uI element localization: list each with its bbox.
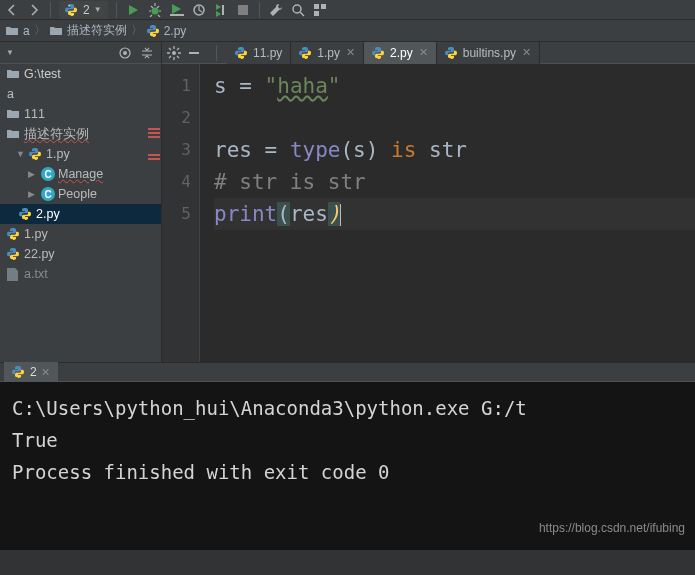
breadcrumb-root[interactable]: a	[6, 24, 30, 38]
console-line: C:\Users\python_hui\Anaconda3\python.exe…	[12, 392, 683, 424]
tab-builtins[interactable]: builtins.py✕	[437, 42, 540, 64]
svg-point-2	[151, 7, 158, 14]
concurrency-icon[interactable]	[213, 2, 229, 18]
folder-icon	[7, 107, 21, 121]
python-icon	[7, 227, 21, 241]
structure-icon[interactable]	[312, 2, 328, 18]
editor-toolbar: 11.py 1.py✕ 2.py✕ builtins.py✕	[162, 42, 695, 64]
breadcrumb-sep: 〉	[131, 22, 143, 39]
editor-area: 11.py 1.py✕ 2.py✕ builtins.py✕ 1 2 3 4 5…	[162, 42, 695, 362]
python-icon	[65, 3, 79, 17]
svg-point-7	[293, 5, 301, 13]
breadcrumb-folder[interactable]: 描述符实例	[50, 22, 127, 39]
chevron-down-icon[interactable]: ▼	[6, 48, 14, 57]
close-icon[interactable]: ✕	[522, 46, 531, 59]
code-line-current: print(res)	[214, 198, 695, 230]
class-icon: C	[41, 167, 55, 181]
folder-icon	[50, 24, 64, 38]
tree-item-desc[interactable]: 描述符实例	[0, 124, 161, 144]
svg-rect-14	[189, 52, 199, 54]
minus-icon[interactable]	[186, 45, 202, 61]
tree-item-1py[interactable]: ▼1.py	[0, 144, 161, 164]
python-icon	[372, 46, 386, 60]
code-content[interactable]: s = "haha" res = type(s) is str # str is…	[200, 64, 695, 362]
python-icon	[147, 24, 161, 38]
tree-item-atxt[interactable]: a.txt	[0, 264, 161, 284]
tree-item-1py-b[interactable]: 1.py	[0, 224, 161, 244]
class-icon: C	[41, 187, 55, 201]
python-icon	[235, 46, 249, 60]
debug-icon[interactable]	[147, 2, 163, 18]
back-icon[interactable]	[4, 2, 20, 18]
red-marker	[148, 154, 160, 160]
svg-point-0	[69, 4, 70, 5]
expand-arrow-icon[interactable]: ▼	[16, 149, 26, 159]
python-icon	[7, 247, 21, 261]
tree-item-22py[interactable]: 22.py	[0, 244, 161, 264]
close-icon[interactable]: ✕	[419, 46, 428, 59]
collapse-icon[interactable]	[139, 45, 155, 61]
run-config-combo[interactable]: 2 ▼	[59, 1, 108, 19]
python-icon	[19, 207, 33, 221]
svg-point-1	[72, 14, 73, 15]
search-icon[interactable]	[290, 2, 306, 18]
folder-icon	[7, 67, 21, 81]
folder-icon	[7, 127, 21, 141]
code-editor[interactable]: 1 2 3 4 5 s = "haha" res = type(s) is st…	[162, 64, 695, 362]
target-icon[interactable]	[117, 45, 133, 61]
breadcrumb-file-label: 2.py	[164, 24, 187, 38]
tree-item-people[interactable]: ▶CPeople	[0, 184, 161, 204]
run-tool-tabs: 2 ✕	[0, 362, 695, 382]
code-line: # str is str	[214, 166, 695, 198]
python-icon	[29, 147, 43, 161]
close-icon[interactable]: ✕	[346, 46, 355, 59]
breadcrumb-folder-label: 描述符实例	[67, 22, 127, 39]
python-icon	[299, 46, 313, 60]
code-line	[214, 102, 695, 134]
expand-arrow-icon[interactable]: ▶	[28, 169, 38, 179]
svg-rect-6	[238, 5, 248, 15]
line-gutter: 1 2 3 4 5	[162, 64, 200, 362]
tree-item-a[interactable]: a	[0, 84, 161, 104]
svg-point-12	[123, 51, 127, 55]
breadcrumb-file[interactable]: 2.py	[147, 24, 187, 38]
console-line: True	[12, 424, 683, 456]
editor-tabs: 11.py 1.py✕ 2.py✕ builtins.py✕	[227, 42, 540, 64]
stop-icon[interactable]	[235, 2, 251, 18]
tab-2py[interactable]: 2.py✕	[364, 42, 437, 64]
run-icon[interactable]	[125, 2, 141, 18]
tree-item-manage[interactable]: ▶CManage	[0, 164, 161, 184]
breadcrumb-root-label: a	[23, 24, 30, 38]
profile-icon[interactable]	[191, 2, 207, 18]
tree-item-111[interactable]: 111	[0, 104, 161, 124]
main-toolbar: 2 ▼	[0, 0, 695, 20]
run-config-label: 2	[83, 3, 90, 17]
tab-1py[interactable]: 1.py✕	[291, 42, 364, 64]
coverage-icon[interactable]	[169, 2, 185, 18]
tree-item-2py[interactable]: 2.py	[0, 204, 161, 224]
svg-point-13	[172, 51, 176, 55]
watermark: https://blog.csdn.net/ifubing	[539, 512, 685, 544]
console-line: Process finished with exit code 0	[12, 456, 683, 488]
svg-rect-8	[314, 4, 319, 9]
close-icon[interactable]: ✕	[41, 366, 50, 379]
run-tab-2[interactable]: 2 ✕	[4, 362, 58, 382]
tree-root[interactable]: G:\test	[0, 64, 161, 84]
forward-icon[interactable]	[26, 2, 42, 18]
wrench-icon[interactable]	[268, 2, 284, 18]
tab-11py[interactable]: 11.py	[227, 42, 291, 64]
chevron-down-icon: ▼	[94, 5, 102, 14]
folder-icon	[6, 24, 20, 38]
project-sidebar: ▼ G:\test a 111 描述符实例 ▼1.py ▶CManage ▶CP…	[0, 42, 162, 362]
svg-rect-9	[321, 4, 326, 9]
project-tree: G:\test a 111 描述符实例 ▼1.py ▶CManage ▶CPeo…	[0, 64, 161, 362]
tree-root-label: G:\test	[24, 67, 61, 81]
svg-rect-5	[222, 5, 224, 15]
gear-icon[interactable]	[166, 45, 182, 61]
caret	[340, 204, 341, 226]
expand-arrow-icon[interactable]: ▶	[28, 189, 38, 199]
svg-rect-3	[170, 14, 184, 16]
text-file-icon	[7, 267, 21, 281]
run-console[interactable]: C:\Users\python_hui\Anaconda3\python.exe…	[0, 382, 695, 550]
run-tab-label: 2	[30, 365, 37, 379]
